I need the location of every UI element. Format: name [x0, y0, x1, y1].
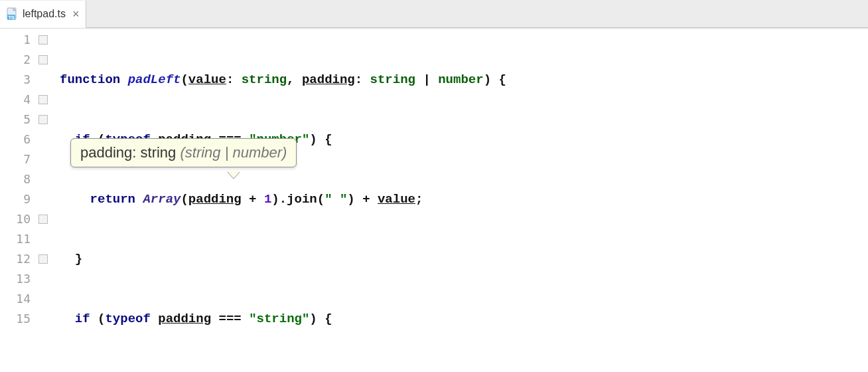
code-line: } [60, 249, 868, 269]
fold-toggle-icon[interactable] [38, 115, 48, 124]
fold-gutter [38, 29, 56, 372]
line-number: 10 [0, 209, 31, 229]
line-number: 8 [0, 169, 31, 189]
fold-toggle-icon[interactable] [38, 215, 48, 224]
fold-toggle-icon[interactable] [38, 254, 48, 264]
line-number: 15 [0, 309, 31, 329]
tab-close-icon[interactable]: × [72, 7, 80, 21]
line-number: 5 [0, 110, 31, 130]
fold-toggle-icon[interactable] [38, 55, 48, 64]
code-line: function padLeft(value: string, padding:… [60, 70, 868, 90]
line-number: 4 [0, 90, 31, 110]
line-number: 2 [0, 50, 31, 70]
code-line: return Array(padding + 1).join(" ") + va… [60, 189, 868, 209]
line-number: 13 [0, 269, 31, 289]
fold-toggle-icon[interactable] [38, 35, 48, 45]
tab-filename: leftpad.ts [23, 8, 66, 20]
editor-body: 123456789101112131415 function padLeft(v… [0, 28, 868, 372]
type-hover-tooltip: padding: string (string | number) [70, 138, 297, 167]
code-area[interactable]: function padLeft(value: string, padding:… [56, 29, 868, 372]
svg-marker-3 [227, 171, 240, 179]
line-number: 7 [0, 149, 31, 169]
line-number: 6 [0, 130, 31, 149]
tooltip-arrow-icon [227, 166, 240, 174]
line-number: 14 [0, 289, 31, 309]
svg-text:TS: TS [9, 15, 15, 21]
line-number: 12 [0, 249, 31, 269]
code-line: if (typeof padding === "string") { [60, 309, 868, 329]
code-line [60, 369, 868, 372]
line-number-gutter: 123456789101112131415 [0, 29, 38, 372]
editor-tab[interactable]: TS leftpad.ts × [0, 1, 86, 28]
tab-bar: TS leftpad.ts × [0, 0, 868, 28]
line-number: 11 [0, 229, 31, 249]
typescript-file-icon: TS [5, 7, 19, 21]
line-number: 1 [0, 30, 31, 50]
line-number: 9 [0, 189, 31, 209]
source-code[interactable]: function padLeft(value: string, padding:… [56, 29, 868, 372]
fold-toggle-icon[interactable] [38, 95, 48, 104]
line-number: 3 [0, 70, 31, 90]
